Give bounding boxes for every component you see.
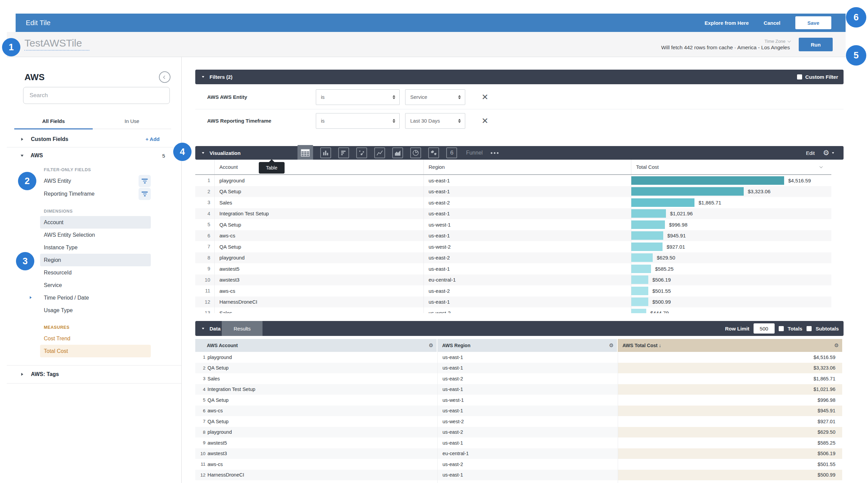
table-row[interactable]: 6aws-csus-east-1$945.91 xyxy=(195,406,842,416)
collapse-icon[interactable] xyxy=(202,152,204,154)
collapse-icon[interactable] xyxy=(202,328,204,329)
gear-icon[interactable]: ⚙ xyxy=(429,342,433,348)
timezone-dropdown[interactable]: Time Zone xyxy=(764,39,790,44)
gear-icon[interactable]: ⚙ xyxy=(834,342,839,348)
data-column-header[interactable]: AWS Region⚙ xyxy=(437,339,618,352)
bar-chart-viz-icon[interactable] xyxy=(338,147,349,158)
cost-value: $945.91 xyxy=(667,233,686,238)
tab-all-fields[interactable]: All Fields xyxy=(14,113,93,129)
table-row[interactable]: 4Integration Test Setupus-east-1$1,021.9… xyxy=(195,208,831,219)
table-row[interactable]: 11aws-csus-east-2$501.55 xyxy=(195,285,831,297)
single-value-viz-icon[interactable]: 6 xyxy=(446,147,457,158)
aws-tags-section[interactable]: AWS: Tags xyxy=(7,367,181,382)
run-button[interactable]: Run xyxy=(799,38,833,51)
table-row[interactable]: 2QA Setupus-east-1$3,323.06 xyxy=(195,186,831,197)
row-number: 4 xyxy=(195,211,214,216)
area-chart-viz-icon[interactable] xyxy=(392,147,403,158)
filter-value-select[interactable]: Service xyxy=(405,89,465,105)
viz-settings-button[interactable]: ⚙ xyxy=(823,149,835,157)
line-chart-viz-icon[interactable] xyxy=(374,147,385,158)
collapse-icon[interactable] xyxy=(21,155,24,157)
field-item[interactable]: Region xyxy=(40,254,151,266)
table-row[interactable]: 10awstest3eu-central-1$506.19 xyxy=(195,448,842,459)
table-row[interactable]: 3Salesus-east-2$1,865.71 xyxy=(195,373,842,384)
tab-in-use[interactable]: In Use xyxy=(93,113,171,129)
subtotals-checkbox[interactable] xyxy=(807,326,812,331)
data-header-label: Data xyxy=(210,326,221,332)
filter-operator-select[interactable]: is xyxy=(316,89,400,105)
viz-column-header[interactable]: Account xyxy=(214,160,423,174)
table-row[interactable]: 2QA Setupus-east-1$3,323.06 xyxy=(195,363,842,374)
viz-edit-button[interactable]: Edit xyxy=(806,150,815,156)
table-row[interactable]: 9awstest5us-east-1$585.25 xyxy=(195,437,842,448)
tile-name-input[interactable]: TestAWSTile xyxy=(24,37,89,51)
data-column-header[interactable]: AWS Total Cost ↓⚙ xyxy=(618,339,842,352)
viz-column-header[interactable]: Region xyxy=(423,160,631,174)
filter-operator-select[interactable]: is xyxy=(316,113,400,129)
table-row[interactable]: 11aws-csus-east-2$501.55 xyxy=(195,459,842,470)
pie-chart-viz-icon[interactable] xyxy=(410,147,421,158)
map-viz-icon[interactable] xyxy=(428,147,439,158)
remove-filter-button[interactable]: ✕ xyxy=(482,92,488,102)
collapse-sidebar-button[interactable] xyxy=(159,71,170,83)
table-row[interactable]: 12HarnessDroneCIus-east-1$500.99 xyxy=(195,470,842,481)
more-viz-types-icon[interactable] xyxy=(491,152,499,154)
field-item[interactable]: Usage Type xyxy=(40,304,151,317)
table-row[interactable]: 7QA Setupus-west-2$927.01 xyxy=(195,416,842,427)
filter-icon[interactable] xyxy=(139,188,151,200)
table-row[interactable]: 4Integration Test Setupus-east-1$1,021.9… xyxy=(195,384,842,395)
field-item[interactable]: Cost Trend xyxy=(40,332,151,345)
total-cost-cell: $1,021.96 xyxy=(631,208,831,219)
aws-group-row[interactable]: AWS 5 xyxy=(7,147,181,164)
save-button[interactable]: Save xyxy=(795,16,831,29)
custom-fields-section[interactable]: Custom Fields + Add xyxy=(7,131,181,147)
column-chart-viz-icon[interactable] xyxy=(320,147,331,158)
explore-from-here-button[interactable]: Explore from Here xyxy=(705,20,749,26)
table-row[interactable]: 5QA Setupus-west-1$996.98 xyxy=(195,395,842,406)
totals-checkbox[interactable] xyxy=(779,326,784,331)
table-row[interactable]: 10awstest3eu-central-1$506.19 xyxy=(195,274,831,286)
table-row[interactable]: 7QA Setupus-west-2$927.01 xyxy=(195,241,831,252)
field-item[interactable]: AWS Entity xyxy=(40,175,151,187)
totals-label: Totals xyxy=(788,326,802,332)
region-cell: us-east-1 xyxy=(437,470,618,481)
collapse-icon[interactable] xyxy=(202,76,204,78)
gear-icon[interactable]: ⚙ xyxy=(609,342,614,348)
viz-column-header[interactable]: Total Cost xyxy=(631,160,831,174)
expand-icon[interactable] xyxy=(21,138,23,141)
expand-icon[interactable] xyxy=(21,373,23,376)
field-item[interactable]: Time Period / Date xyxy=(40,291,151,304)
field-item[interactable]: Reporting Timeframe xyxy=(40,187,151,200)
table-row[interactable]: 13Salesus-west-2$444.79 xyxy=(195,307,831,313)
cancel-button[interactable]: Cancel xyxy=(764,20,780,26)
search-input[interactable] xyxy=(23,87,170,104)
expand-icon[interactable] xyxy=(30,296,32,299)
field-item[interactable]: Instance Type xyxy=(40,241,151,254)
field-item[interactable]: Account xyxy=(40,216,151,229)
field-item[interactable]: Service xyxy=(40,279,151,291)
field-item[interactable]: ResourceId xyxy=(40,266,151,279)
results-tab[interactable]: Results xyxy=(222,321,263,336)
remove-filter-button[interactable]: ✕ xyxy=(482,116,488,126)
add-custom-field-button[interactable]: + Add xyxy=(145,136,160,142)
viz-type-funnel[interactable]: Funnel xyxy=(466,150,483,156)
filter-icon[interactable] xyxy=(139,175,151,187)
table-row[interactable]: 6aws-csus-east-1$945.91 xyxy=(195,230,831,242)
table-row[interactable]: 3Salesus-east-2$1,865.71 xyxy=(195,197,831,208)
table-row[interactable]: 12HarnessDroneCIus-east-1$500.99 xyxy=(195,297,831,308)
table-row[interactable]: 5QA Setupus-west-1$996.98 xyxy=(195,219,831,230)
table-row[interactable]: 9awstest5us-east-1$585.25 xyxy=(195,263,831,274)
field-item[interactable]: AWS Entity Selection xyxy=(40,229,151,241)
filter-value-select[interactable]: Last 30 Days xyxy=(405,113,465,129)
data-column-header[interactable]: AWS Account⚙ xyxy=(195,339,437,352)
table-row[interactable]: 8playgroundus-east-2$629.50 xyxy=(195,427,842,438)
custom-filter-checkbox[interactable] xyxy=(797,74,802,79)
field-item[interactable]: Total Cost xyxy=(40,345,151,357)
table-row[interactable]: 13Salesus-west-2$444.79 xyxy=(195,480,842,483)
table-row[interactable]: 1playgroundus-east-1$4,516.59 xyxy=(195,175,831,186)
table-row[interactable]: 8playgroundus-east-2$629.50 xyxy=(195,252,831,264)
row-limit-input[interactable] xyxy=(754,323,775,334)
table-row[interactable]: 1playgroundus-east-1$4,516.59 xyxy=(195,352,842,363)
table-viz-icon[interactable] xyxy=(297,145,313,161)
scatter-viz-icon[interactable] xyxy=(356,147,367,158)
